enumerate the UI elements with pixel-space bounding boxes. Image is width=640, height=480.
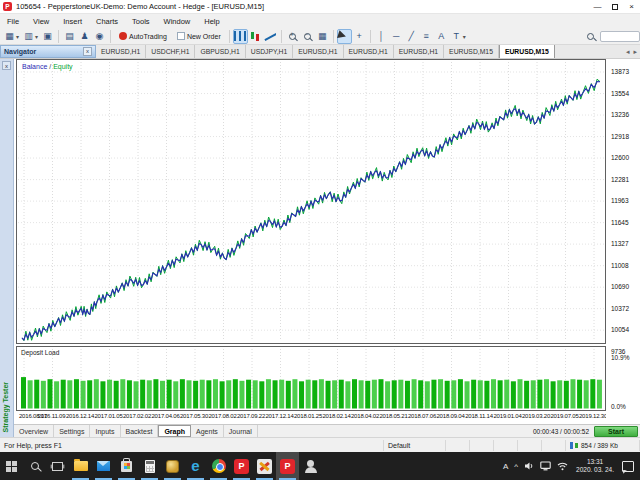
store-icon[interactable] xyxy=(115,452,138,480)
close-button[interactable]: × xyxy=(623,0,640,13)
traffic-text: 854 / 389 Kb xyxy=(581,442,618,449)
chart-tab-eurusd-h1-5[interactable]: EURUSD,H1 xyxy=(344,45,394,58)
backtest-time: 00:00:43 / 00:00:52 xyxy=(533,428,594,435)
menu-item-insert[interactable]: Insert xyxy=(56,14,89,28)
deposit-axis-max: 10.9% xyxy=(611,354,629,361)
chart-tab-gbpusd-h1-2[interactable]: GBPUSD,H1 xyxy=(195,45,245,58)
candles-mode-button[interactable] xyxy=(248,29,263,44)
y-axis-label-11008: 11008 xyxy=(611,262,629,269)
strategy-tester-close-icon[interactable]: x xyxy=(2,61,11,70)
tray-chevron-icon[interactable]: ^ xyxy=(511,452,521,480)
gold-app-icon[interactable] xyxy=(161,452,184,480)
symbol-search-input[interactable] xyxy=(600,31,640,42)
bars-mode-button[interactable] xyxy=(233,29,248,44)
status-cell xyxy=(542,440,566,451)
title-bar: P 105654 - PepperstoneUK-Demo: Demo Acco… xyxy=(0,0,640,14)
trendline-button[interactable]: ╱ xyxy=(404,29,419,44)
menu-item-help[interactable]: Help xyxy=(197,14,226,28)
history-center-button-glyph: ▤ xyxy=(65,31,74,41)
history-center-button[interactable]: ▤ xyxy=(62,29,77,44)
tester-tab-graph[interactable]: Graph xyxy=(158,425,191,437)
maximize-icon xyxy=(612,4,618,10)
y-axis-label-12281: 12281 xyxy=(611,176,629,183)
text-tool-button[interactable]: A xyxy=(434,29,449,44)
accounts-button-glyph: ♟ xyxy=(80,31,88,41)
legend-equity: Equity xyxy=(53,63,72,70)
zoom-out-button[interactable] xyxy=(300,29,315,44)
navigator-close-icon[interactable]: x xyxy=(83,47,92,56)
crosshair-button[interactable]: + xyxy=(352,29,367,44)
chart-tab-usdchf-h1-1[interactable]: USDCHF,H1 xyxy=(146,45,195,58)
user-app-icon[interactable] xyxy=(299,452,322,480)
action-center-icon[interactable] xyxy=(622,461,634,472)
tester-tab-agents[interactable]: Agents xyxy=(191,425,224,437)
tester-tab-journal[interactable]: Journal xyxy=(224,425,258,437)
start-button[interactable] xyxy=(0,452,23,480)
vertical-line-button[interactable]: │ xyxy=(374,29,389,44)
autotrading-button[interactable]: AutoTrading xyxy=(114,29,172,44)
toolbar-separator xyxy=(229,30,230,43)
menu-item-file[interactable]: File xyxy=(0,14,26,28)
line-mode-button[interactable] xyxy=(263,29,278,44)
tester-tab-overview[interactable]: Overview xyxy=(14,425,54,437)
signals-button[interactable]: ◉ xyxy=(92,29,107,44)
metaeditor-icon[interactable] xyxy=(253,452,276,480)
navigator-caption-label: Navigator xyxy=(4,48,36,55)
minimize-button[interactable]: — xyxy=(589,0,606,13)
tray-clock[interactable]: 13:31 2020. 03. 24. xyxy=(571,458,619,474)
chart-tab-usdjpy-h1-3[interactable]: USDJPY,H1 xyxy=(246,45,294,58)
profiles-caret-icon-glyph: ▾ xyxy=(35,33,38,40)
search-icon[interactable] xyxy=(583,29,598,44)
tester-tab-bar: OverviewSettingsInputsBacktestGraphAgent… xyxy=(14,424,640,437)
taskbar-search-icon[interactable] xyxy=(23,452,46,480)
task-view-icon[interactable] xyxy=(46,452,69,480)
file-explorer-icon[interactable] xyxy=(69,452,92,480)
objects-caret-icon[interactable]: ▾ xyxy=(461,29,468,44)
maximize-button[interactable] xyxy=(606,0,623,13)
ime-indicator[interactable]: A xyxy=(500,452,511,480)
chart-tab-eurusd-m15-7[interactable]: EURUSD,M15 xyxy=(444,45,499,58)
chrome-icon[interactable] xyxy=(207,452,230,480)
mail-icon[interactable] xyxy=(92,452,115,480)
y-axis-label-11645: 11645 xyxy=(611,219,629,226)
cursor-button[interactable] xyxy=(337,29,352,44)
tester-tab-backtest[interactable]: Backtest xyxy=(121,425,159,437)
chart-tab-eurusd-h1-4[interactable]: EURUSD,H1 xyxy=(293,45,343,58)
volume-icon[interactable] xyxy=(521,452,537,480)
y-axis-label-13554: 13554 xyxy=(611,90,629,97)
status-traffic: 854 / 389 Kb xyxy=(566,440,640,451)
new-chart-caret-icon[interactable]: ▾ xyxy=(14,29,21,44)
edge-icon[interactable]: e xyxy=(184,452,207,480)
horizontal-line-button[interactable]: ─ xyxy=(389,29,404,44)
tile-windows-button[interactable]: ▦ xyxy=(315,29,330,44)
tester-tab-inputs[interactable]: Inputs xyxy=(90,425,120,437)
fibonacci-button-glyph: ≡ xyxy=(424,31,429,41)
status-profile[interactable]: Default xyxy=(384,440,446,451)
menu-item-charts[interactable]: Charts xyxy=(89,14,125,28)
zoom-out-button-glyph xyxy=(304,33,311,40)
new-order-button[interactable]: New Order xyxy=(172,29,226,44)
tab-scroll-left-icon[interactable]: ◂ xyxy=(626,48,630,56)
network-icon[interactable] xyxy=(554,452,571,480)
menu-item-view[interactable]: View xyxy=(26,14,56,28)
display-icon[interactable] xyxy=(537,452,554,480)
tester-tab-settings[interactable]: Settings xyxy=(54,425,90,437)
pepperstone-tester-icon[interactable]: P xyxy=(276,452,299,480)
menu-item-tools[interactable]: Tools xyxy=(125,14,157,28)
traffic-icon xyxy=(570,442,573,449)
chart-tab-eurusd-m15-8[interactable]: EURUSD,M15 xyxy=(499,45,555,58)
accounts-button[interactable]: ♟ xyxy=(77,29,92,44)
pepperstone-icon[interactable]: P xyxy=(230,452,253,480)
chart-tab-eurusd-h1-0[interactable]: EURUSD,H1 xyxy=(96,45,146,58)
toolbar-separator xyxy=(58,30,59,43)
menu-item-window[interactable]: Window xyxy=(157,14,198,28)
calculator-icon[interactable] xyxy=(138,452,161,480)
tab-scroll-right-icon[interactable]: ▸ xyxy=(633,48,637,56)
profiles-caret-icon[interactable]: ▾ xyxy=(33,29,40,44)
start-button[interactable]: Start xyxy=(594,426,638,437)
fibonacci-button[interactable]: ≡ xyxy=(419,29,434,44)
chart-window-button[interactable]: ▣ xyxy=(40,29,55,44)
chart-tab-eurusd-h1-6[interactable]: EURUSD,H1 xyxy=(394,45,444,58)
zoom-in-button[interactable] xyxy=(285,29,300,44)
navigator-panel-caption[interactable]: Navigator x xyxy=(0,45,96,58)
